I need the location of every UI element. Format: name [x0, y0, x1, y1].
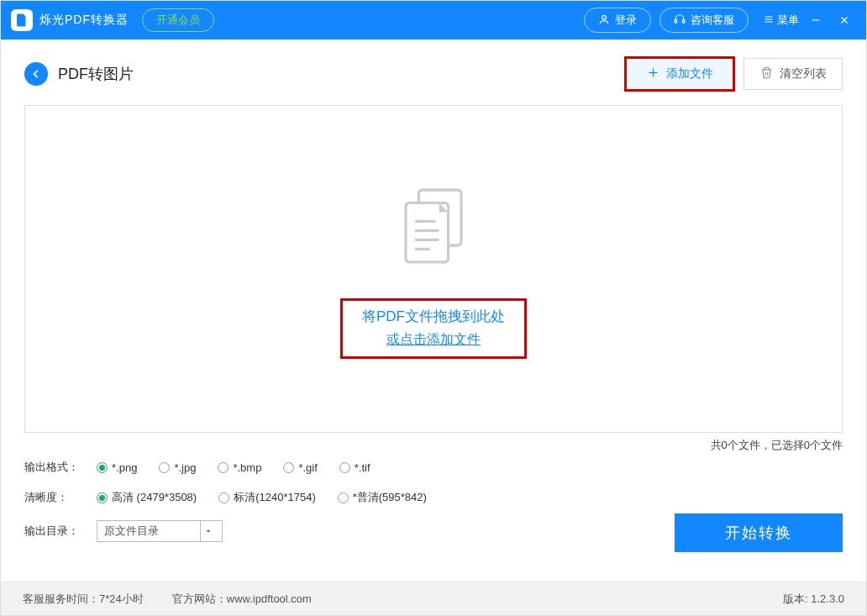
format-radio-group: *.png*.jpg*.bmp*.gif*.tif — [97, 461, 370, 474]
dropzone[interactable]: 将PDF文件拖拽到此处 或点击添加文件 — [24, 105, 843, 433]
login-button[interactable]: 登录 — [584, 8, 651, 33]
format-option-label: *.png — [112, 461, 137, 474]
membership-button[interactable]: 开通会员 — [142, 8, 214, 32]
plus-icon — [647, 66, 659, 82]
login-label: 登录 — [615, 13, 637, 28]
titlebar: 烁光PDF转换器 开通会员 登录 咨询客服 菜单 — [1, 1, 866, 39]
format-option-label: *.bmp — [233, 461, 261, 474]
format-option-label: *.gif — [298, 461, 317, 474]
radio-icon — [338, 492, 349, 503]
format-option-1[interactable]: *.jpg — [159, 461, 196, 474]
dropzone-instruction: 将PDF文件拖拽到此处 — [362, 307, 505, 326]
radio-icon — [218, 462, 229, 473]
output-dir-label: 输出目录： — [24, 524, 97, 539]
format-option-label: *.tif — [355, 461, 370, 474]
file-count-status: 共0个文件，已选择0个文件 — [24, 438, 843, 453]
format-option-2[interactable]: *.bmp — [218, 461, 261, 474]
quality-option-label: 标清(1240*1754) — [234, 490, 316, 505]
app-name: 烁光PDF转换器 — [39, 13, 129, 28]
format-option-4[interactable]: *.tif — [339, 461, 370, 474]
svg-point-0 — [602, 15, 607, 19]
format-option-label: *.jpg — [174, 461, 196, 474]
add-file-label: 添加文件 — [666, 66, 713, 82]
quality-option-label: 高清 (2479*3508) — [112, 490, 197, 505]
clear-list-label: 清空列表 — [780, 66, 827, 82]
quality-row: 清晰度： 高清 (2479*3508)标清(1240*1754)*普清(595*… — [24, 490, 843, 505]
quality-radio-group: 高清 (2479*3508)标清(1240*1754)*普清(595*842) — [97, 490, 427, 505]
radio-icon — [97, 462, 108, 473]
footer: 客服服务时间：7*24小时 官方网站：www.ipdftool.com 版本: … — [1, 582, 866, 615]
user-icon — [598, 13, 610, 28]
quality-option-1[interactable]: 标清(1240*1754) — [218, 490, 316, 505]
output-format-label: 输出格式： — [24, 460, 97, 475]
radio-icon — [159, 462, 170, 473]
menu-label: 菜单 — [777, 13, 799, 28]
options-panel: 输出格式： *.png*.jpg*.bmp*.gif*.tif 清晰度： 高清 … — [24, 453, 843, 552]
trash-icon — [760, 66, 773, 82]
documents-icon — [387, 181, 480, 276]
app-logo-icon — [11, 9, 33, 31]
radio-icon — [218, 492, 229, 503]
app-window: 烁光PDF转换器 开通会员 登录 咨询客服 菜单 — [0, 0, 867, 616]
svg-marker-17 — [206, 530, 210, 533]
format-option-3[interactable]: *.gif — [283, 461, 317, 474]
chevron-down-icon — [200, 521, 215, 541]
output-dir-value: 原文件目录 — [104, 524, 159, 539]
add-file-button[interactable]: 添加文件 — [626, 58, 733, 90]
quality-option-2[interactable]: *普清(595*842) — [338, 490, 427, 505]
minimize-button[interactable] — [804, 8, 828, 32]
radio-icon — [283, 462, 294, 473]
quality-option-label: *普清(595*842) — [353, 490, 427, 505]
quality-option-0[interactable]: 高清 (2479*3508) — [97, 490, 197, 505]
content-area: PDF转图片 添加文件 清空列表 — [1, 39, 866, 582]
output-format-row: 输出格式： *.png*.jpg*.bmp*.gif*.tif — [24, 460, 843, 475]
format-option-0[interactable]: *.png — [97, 461, 137, 474]
clear-list-button[interactable]: 清空列表 — [744, 58, 843, 90]
start-convert-button[interactable]: 开始转换 — [675, 513, 843, 552]
quality-label: 清晰度： — [24, 490, 97, 505]
official-site: 官方网站：www.ipdftool.com — [172, 592, 312, 607]
close-button[interactable] — [833, 8, 856, 32]
dropzone-text-block[interactable]: 将PDF文件拖拽到此处 或点击添加文件 — [342, 300, 525, 357]
service-hours: 客服服务时间：7*24小时 — [23, 592, 144, 607]
dropzone-link[interactable]: 或点击添加文件 — [362, 331, 505, 349]
page-title: PDF转图片 — [58, 64, 134, 84]
menu-button[interactable]: 菜单 — [764, 13, 799, 28]
svg-rect-2 — [683, 19, 685, 22]
svg-rect-1 — [675, 19, 676, 22]
support-button[interactable]: 咨询客服 — [659, 8, 749, 33]
radio-icon — [339, 462, 350, 473]
headset-icon — [674, 13, 686, 28]
version-label: 版本: 1.2.3.0 — [783, 592, 844, 607]
back-button[interactable] — [24, 62, 48, 86]
hamburger-icon — [764, 14, 774, 27]
radio-icon — [97, 492, 108, 503]
output-dir-select[interactable]: 原文件目录 — [97, 520, 223, 542]
page-header: PDF转图片 添加文件 清空列表 — [24, 58, 843, 90]
support-label: 咨询客服 — [691, 13, 734, 28]
